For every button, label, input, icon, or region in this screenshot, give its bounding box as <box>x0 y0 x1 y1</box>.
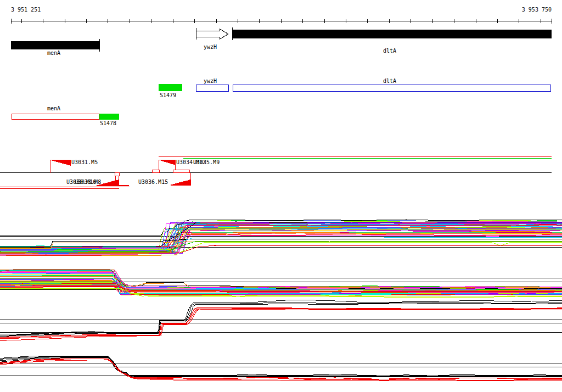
segment-dlta-label: dltA <box>383 79 396 84</box>
probe-region-rect[interactable] <box>173 170 189 173</box>
genome-browser-view: 3 951 251 3 953 750 menA ywzH dltA ywzH … <box>0 0 562 392</box>
probe-label: U3036.M15 <box>138 180 168 185</box>
panel-4-ref-trace <box>0 358 562 377</box>
segment-s1479-label: S1479 <box>160 93 176 98</box>
probe-label: U3035.M9 <box>193 160 220 165</box>
gene-ywzh-arrow[interactable] <box>196 29 228 40</box>
gene-dlta-box[interactable] <box>232 30 552 38</box>
probe-flag-triangle[interactable] <box>50 160 71 165</box>
segment-s1478-box[interactable] <box>99 114 119 120</box>
gene-dlta-start-bar <box>232 27 233 40</box>
gene-ywzh-label: ywzH <box>204 44 217 50</box>
graphics-layer <box>0 0 562 392</box>
panel-3-ref-trace <box>0 308 562 338</box>
ruler-start-label: 3 951 251 <box>11 7 41 13</box>
mena-track-label: menA <box>47 106 60 111</box>
gene-mena-end-bar <box>99 39 100 52</box>
amplicon-bar <box>97 185 129 187</box>
panel-3-ref-trace <box>0 309 562 339</box>
panel-1-trace <box>0 232 562 248</box>
probe-label: U3033.M8 <box>75 180 101 185</box>
probe-flag-triangle[interactable] <box>102 181 116 184</box>
gene-ywzh-start-bar <box>196 28 196 40</box>
segment-ywzh-box[interactable] <box>196 85 229 92</box>
gene-mena-label: menA <box>47 51 60 56</box>
mena-outline-box[interactable] <box>12 114 99 120</box>
segment-dlta-box[interactable] <box>233 85 551 92</box>
panel-3-ref-trace <box>0 300 562 334</box>
probe-region-rect[interactable] <box>115 173 119 176</box>
ruler-end-label: 3 953 750 <box>522 7 552 13</box>
gene-mena-box[interactable] <box>11 41 99 49</box>
probe-flag-triangle[interactable] <box>171 180 191 186</box>
gene-dlta-label: dltA <box>383 48 396 54</box>
probe-label: U3031.M5 <box>71 160 98 165</box>
segment-s1478-label: S1478 <box>100 121 116 126</box>
probe-region-rect[interactable] <box>153 170 160 173</box>
probe-flag-triangle[interactable] <box>159 160 176 165</box>
segment-ywzh-label: ywzH <box>204 79 217 84</box>
panel-3-ref-trace <box>0 303 562 335</box>
segment-s1479-box[interactable] <box>159 84 182 91</box>
